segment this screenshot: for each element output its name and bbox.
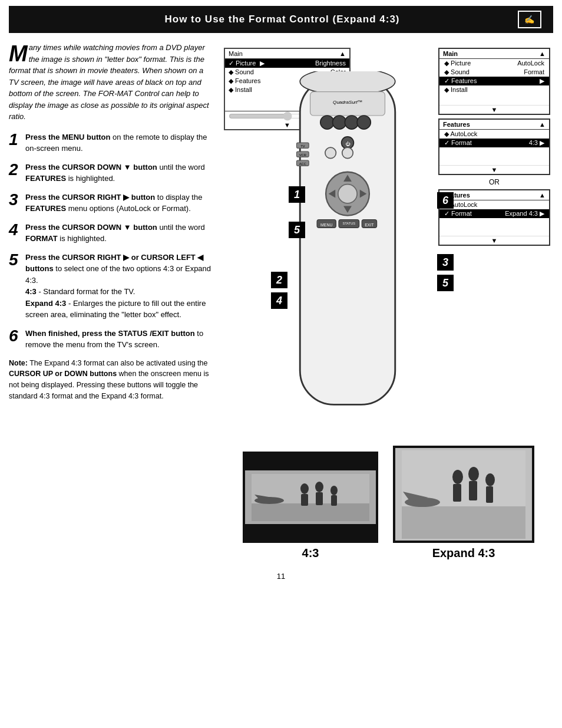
svg-point-6 (345, 116, 358, 129)
header-icon: ✍ (518, 11, 541, 28)
step-2: 2 Press the CURSOR DOWN ▼ button until t… (9, 162, 212, 185)
badge-1: 1 (289, 186, 305, 203)
badge-4: 4 (271, 292, 287, 309)
label-43: 4:3 (302, 546, 319, 560)
step-number-5: 5 (9, 252, 19, 268)
step-text-6: When finished, press the STATUS /EXIT bu… (25, 328, 212, 351)
letterbox-bottom (245, 524, 376, 541)
main2-install: ◆ Install (444, 86, 468, 94)
badge-3: 3 (437, 254, 454, 271)
menu-install-item: ◆ Install (229, 86, 252, 94)
step-text-3: Press the CURSOR RIGHT ▶ button to displ… (25, 192, 212, 215)
feat1-format: ✓ Format (444, 139, 472, 147)
image-43-container: 4:3 (243, 452, 378, 560)
svg-rect-93 (331, 495, 337, 506)
step-number-6: 6 (9, 328, 19, 344)
bottom-section: 4:3 (0, 443, 562, 566)
step-text-2: Press the CURSOR DOWN ▼ button until the… (25, 162, 212, 185)
svg-text:EXIT
          EXIT

         : EXIT EXIT ◀◀ ▶ ▶▶ ■ II (365, 223, 374, 227)
bottom-images: 4:3 (224, 446, 553, 560)
svg-rect-103 (486, 486, 493, 503)
main2-down: ▼ (439, 105, 549, 114)
svg-point-98 (452, 470, 463, 484)
scene-expand (395, 448, 532, 541)
main2-picture: ◆ Picture (444, 60, 471, 67)
note-paragraph: Note: The Expand 4:3 format can also be … (9, 358, 212, 402)
feat1-43: 4:3 ▶ (529, 139, 544, 147)
page-number: 11 (0, 566, 562, 587)
left-column: Many times while watching movies from a … (9, 42, 212, 443)
svg-text:TV: TV (300, 144, 305, 148)
svg-rect-91 (316, 492, 323, 505)
main-menu-2: Main ▲ ◆ Picture AutoLock ◆ Sound Format… (438, 48, 550, 115)
svg-point-7 (357, 116, 371, 129)
feat1-up: ▲ (539, 121, 546, 128)
feat2-expand: Expand 4:3 ▶ (505, 210, 544, 218)
step-4: 4 Press the CURSOR DOWN ▼ button until t… (9, 222, 212, 245)
feat2-up: ▲ (539, 192, 546, 199)
step-1: 1 Press the MENU button on the remote to… (9, 131, 212, 154)
scene-svg-43 (252, 474, 369, 521)
svg-rect-101 (469, 481, 477, 500)
main2-arrow-up: ▲ (539, 50, 546, 57)
step-number-3: 3 (9, 192, 19, 208)
features-menu-1: Features ▲ ◆ AutoLock ✓ Format 4:3 ▶ ▼ (438, 118, 550, 175)
letterbox-top (245, 454, 376, 470)
or-label: OR (438, 178, 550, 186)
main2-features-arrow: ▶ (540, 77, 544, 85)
svg-text:ACC: ACC (299, 162, 306, 166)
image-expand (393, 446, 534, 543)
scene-43 (245, 470, 376, 524)
step-5: 5 Press the CURSOR RIGHT ▶ or CURSOR LEF… (9, 252, 212, 321)
svg-point-90 (315, 482, 323, 492)
main-content: Many times while watching movies from a … (0, 33, 562, 443)
menu-brightness: Brightness (315, 60, 346, 67)
right-column: Main ▲ ✓ Picture ▶ Brightness ◆ Sound Co… (218, 42, 553, 443)
step-number-4: 4 (9, 222, 19, 238)
badge-5: 5 (289, 222, 305, 238)
page-header: How to Use the Format Control (Expand 4:… (9, 6, 553, 33)
step-text-1: Press the MENU button on the remote to d… (25, 131, 212, 154)
svg-rect-95 (402, 506, 525, 539)
main2-format: Format (524, 68, 544, 76)
menu-features-item: ◆ Features (229, 77, 260, 85)
menu-picture-item: ✓ Picture ▶ (229, 60, 265, 67)
image-43 (243, 452, 378, 543)
svg-point-88 (300, 483, 309, 494)
svg-point-19 (338, 185, 357, 203)
feat1-autolock: ◆ AutoLock (444, 130, 477, 137)
feat2-down: ▼ (439, 236, 549, 245)
svg-point-16 (325, 147, 336, 158)
menu-sound-item: ◆ Sound (229, 68, 254, 76)
drop-cap: M (9, 44, 28, 63)
badge-5b: 5 (437, 275, 454, 291)
image-expand-container: Expand 4:3 (393, 446, 534, 560)
svg-point-102 (485, 473, 495, 486)
svg-point-100 (468, 467, 479, 481)
svg-text:⏻: ⏻ (345, 141, 351, 147)
step-text-5: Press the CURSOR RIGHT ▶ or CURSOR LEFT … (25, 252, 212, 321)
feat2-format: ✓ Format (444, 210, 472, 218)
step-6: 6 When finished, press the STATUS /EXIT … (9, 328, 212, 351)
right-menus: Main ▲ ◆ Picture AutoLock ◆ Sound Format… (438, 48, 550, 246)
svg-point-5 (333, 116, 346, 129)
main2-sound: ◆ Sound (444, 68, 470, 76)
features-menu-2: Features ▲ ◆ AutoLock ✓ Format Expand 4:… (438, 189, 550, 246)
svg-text:STATUS: STATUS (342, 222, 355, 225)
svg-text:MENU: MENU (320, 223, 332, 227)
steps-list: 1 Press the MENU button on the remote to… (9, 131, 212, 351)
svg-point-17 (342, 147, 353, 158)
svg-rect-99 (453, 484, 461, 502)
intro-paragraph: Many times while watching movies from a … (9, 42, 212, 123)
svg-rect-85 (252, 503, 369, 521)
page-title: How to Use the Format Control (Expand 4:… (47, 14, 518, 25)
step-3: 3 Press the CURSOR RIGHT ▶ button to dis… (9, 192, 212, 215)
remote-control-diagram: QuadraSurf™ ⏻ TV VCR ACC (277, 71, 430, 425)
feat1-title: Features (443, 121, 470, 128)
scene-svg-expand (402, 450, 525, 539)
feat1-down: ▼ (439, 165, 549, 174)
remote-svg: QuadraSurf™ ⏻ TV VCR ACC (277, 71, 418, 425)
svg-point-4 (320, 116, 334, 129)
step-text-4: Press the CURSOR DOWN ▼ button until the… (25, 222, 212, 245)
main2-features: ✓ Features (444, 77, 477, 85)
